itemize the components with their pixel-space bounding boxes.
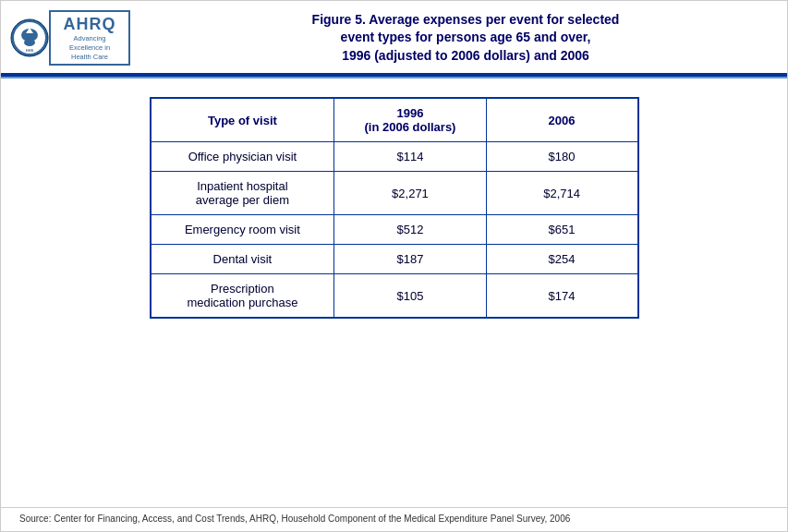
visit-type-cell: Office physician visit (151, 142, 334, 172)
title-area: Figure 5. Average expenses per event for… (158, 11, 773, 66)
col-header-visit-type: Type of visit (151, 98, 334, 142)
footer: Source: Center for Financing, Access, an… (1, 507, 787, 531)
value-1996-cell: $187 (334, 245, 486, 274)
logo-area: HHS AHRQ Advancing Excellence in Health … (10, 10, 158, 66)
table-row: Office physician visit $114 $180 (151, 142, 638, 172)
ahrq-logo: AHRQ Advancing Excellence in Health Care (49, 10, 130, 66)
value-2006-cell: $2,714 (486, 172, 637, 215)
table-row: Prescription medication purchase $105 $1… (151, 274, 638, 319)
value-2006-cell: $254 (486, 245, 637, 274)
visit-type-cell: Emergency room visit (151, 215, 334, 245)
value-1996-cell: $2,271 (334, 172, 486, 215)
svg-point-4 (24, 39, 35, 46)
main-content: Type of visit 1996 (in 2006 dollars) 200… (1, 79, 787, 507)
data-table: Type of visit 1996 (in 2006 dollars) 200… (150, 97, 639, 319)
table-row: Inpatient hospital average per diem $2,2… (151, 172, 638, 215)
ahrq-tagline: Advancing Excellence in Health Care (69, 34, 110, 61)
visit-type-cell: Inpatient hospital average per diem (151, 172, 334, 215)
col-header-1996: 1996 (in 2006 dollars) (334, 98, 486, 142)
visit-type-cell: Dental visit (151, 245, 334, 274)
value-2006-cell: $174 (486, 274, 637, 319)
svg-text:HHS: HHS (26, 48, 34, 53)
value-2006-cell: $651 (486, 215, 637, 245)
header: HHS AHRQ Advancing Excellence in Health … (1, 1, 787, 73)
visit-type-cell: Prescription medication purchase (151, 274, 334, 319)
source-text: Source: Center for Financing, Access, an… (19, 514, 570, 524)
page-container: HHS AHRQ Advancing Excellence in Health … (0, 0, 788, 532)
value-1996-cell: $512 (334, 215, 486, 245)
table-header-row: Type of visit 1996 (in 2006 dollars) 200… (151, 98, 638, 142)
table-row: Emergency room visit $512 $651 (151, 215, 638, 245)
hhs-logo: HHS (10, 18, 49, 57)
value-1996-cell: $114 (334, 142, 486, 172)
value-1996-cell: $105 (334, 274, 486, 319)
ahrq-acronym: AHRQ (64, 15, 116, 34)
col-header-2006: 2006 (486, 98, 637, 142)
value-2006-cell: $180 (486, 142, 637, 172)
table-row: Dental visit $187 $254 (151, 245, 638, 274)
main-title: Figure 5. Average expenses per event for… (158, 11, 773, 66)
